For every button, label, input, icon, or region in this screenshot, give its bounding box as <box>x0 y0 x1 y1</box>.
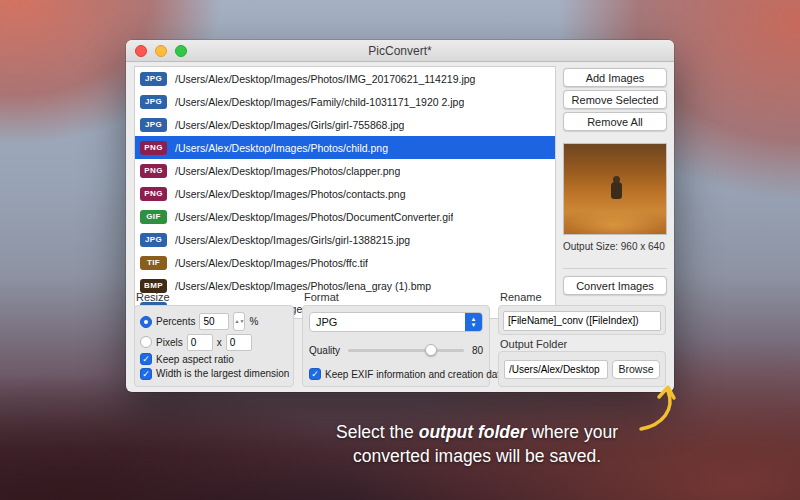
remove-selected-button[interactable]: Remove Selected <box>563 90 667 109</box>
picconvert-window: PicConvert* JPG/Users/Alex/Desktop/Image… <box>126 40 674 392</box>
file-path: /Users/Alex/Desktop/Images/Girls/girl-13… <box>175 234 410 246</box>
desktop-background: PicConvert* JPG/Users/Alex/Desktop/Image… <box>0 0 800 500</box>
file-path: /Users/Alex/Desktop/Images/Photos/IMG_20… <box>175 73 475 85</box>
file-path: /Users/Alex/Desktop/Images/Photos/ffc.ti… <box>175 257 368 269</box>
file-row[interactable]: BMP/Users/Alex/Desktop/Images/Photos/len… <box>135 274 555 297</box>
file-type-badge: TIF <box>140 256 167 270</box>
width-largest-checkbox[interactable]: ✓ <box>140 368 152 380</box>
add-images-button[interactable]: Add Images <box>563 68 667 87</box>
format-dropdown[interactable]: JPG ▲▼ <box>309 312 483 332</box>
arrow-icon <box>633 383 681 433</box>
output-size-label: Output Size: 960 x 640 <box>563 241 673 252</box>
divider <box>563 268 667 269</box>
file-list[interactable]: JPG/Users/Alex/Desktop/Images/Photos/IMG… <box>134 66 556 319</box>
file-path: /Users/Alex/Desktop/Images/Girls/girl-75… <box>175 119 404 131</box>
output-folder-input[interactable] <box>504 360 608 379</box>
percents-stepper[interactable]: ▲▼ <box>233 312 245 331</box>
output-folder-group-label: Output Folder <box>500 338 567 350</box>
file-type-badge: JPG <box>140 95 167 109</box>
pixels-radio[interactable] <box>140 336 152 348</box>
file-type-badge: JPG <box>140 72 167 86</box>
pixels-x-label: x <box>217 337 222 348</box>
keep-exif-label: Keep EXIF information and creation date <box>325 369 506 380</box>
file-path: /Users/Alex/Desktop/Images/Photos/contac… <box>175 188 406 200</box>
preview-thumbnail <box>563 143 667 235</box>
percents-radio[interactable] <box>140 316 152 328</box>
pixels-height-input[interactable] <box>226 334 252 351</box>
keep-aspect-checkbox[interactable]: ✓ <box>140 353 152 365</box>
output-folder-group: Browse <box>498 351 666 387</box>
annotation-text: Select the output folder where your conv… <box>297 420 657 468</box>
browse-button[interactable]: Browse <box>612 360 660 379</box>
file-type-badge: PNG <box>140 187 167 201</box>
file-path: /Users/Alex/Desktop/Images/Photos/child.… <box>175 142 388 154</box>
keep-aspect-label: Keep aspect ratio <box>156 354 234 365</box>
rename-group-label: Rename <box>500 291 542 303</box>
quality-slider-thumb[interactable] <box>425 344 437 356</box>
file-path: /Users/Alex/Desktop/Images/Photos/Docume… <box>175 211 453 223</box>
window-titlebar[interactable]: PicConvert* <box>126 40 674 62</box>
resize-group-label: Resize <box>136 291 170 303</box>
quality-value: 80 <box>472 345 483 356</box>
file-path: /Users/Alex/Desktop/Images/Family/child-… <box>175 96 464 108</box>
file-row[interactable]: JPG/Users/Alex/Desktop/Images/Girls/girl… <box>135 113 555 136</box>
dropdown-arrows-icon: ▲▼ <box>465 313 482 331</box>
file-path: /Users/Alex/Desktop/Images/Photos/clappe… <box>175 165 400 177</box>
remove-all-button[interactable]: Remove All <box>563 112 667 131</box>
file-type-badge: GIF <box>140 210 167 224</box>
file-type-badge: PNG <box>140 164 167 178</box>
format-group: JPG ▲▼ Quality 80 ✓ Keep EXIF informatio… <box>302 305 490 387</box>
window-title: PicConvert* <box>126 44 674 58</box>
percent-sign-label: % <box>249 316 258 327</box>
file-row[interactable]: PNG/Users/Alex/Desktop/Images/Photos/con… <box>135 182 555 205</box>
rename-pattern-input[interactable] <box>503 311 661 331</box>
file-row[interactable]: JPG/Users/Alex/Desktop/Images/Family/chi… <box>135 90 555 113</box>
keep-exif-checkbox[interactable]: ✓ <box>309 368 321 380</box>
percents-input[interactable] <box>199 313 229 330</box>
pixels-width-input[interactable] <box>187 334 213 351</box>
file-type-badge: JPG <box>140 233 167 247</box>
file-row[interactable]: TIF/Users/Alex/Desktop/Images/Photos/ffc… <box>135 251 555 274</box>
format-dropdown-value: JPG <box>316 316 337 328</box>
file-row[interactable]: PNG/Users/Alex/Desktop/Images/Photos/cla… <box>135 159 555 182</box>
file-type-badge: JPG <box>140 118 167 132</box>
file-row[interactable]: JPG/Users/Alex/Desktop/Images/Girls/girl… <box>135 228 555 251</box>
quality-label: Quality <box>309 345 340 356</box>
convert-images-button[interactable]: Convert Images <box>563 276 667 295</box>
pixels-label: Pixels <box>156 337 183 348</box>
width-largest-label: Width is the largest dimension <box>156 368 289 379</box>
file-path: /Users/Alex/Desktop/Images/Photos/lena_g… <box>175 280 431 292</box>
rename-group <box>498 305 666 335</box>
quality-slider[interactable] <box>348 349 464 352</box>
percents-label: Percents <box>156 316 195 327</box>
file-type-badge: PNG <box>140 141 167 155</box>
file-row[interactable]: GIF/Users/Alex/Desktop/Images/Photos/Doc… <box>135 205 555 228</box>
file-row[interactable]: JPG/Users/Alex/Desktop/Images/Photos/IMG… <box>135 67 555 90</box>
resize-group: Percents ▲▼ % Pixels x ✓ Keep aspect rat… <box>134 305 294 387</box>
format-group-label: Format <box>304 291 339 303</box>
file-row[interactable]: PNG/Users/Alex/Desktop/Images/Photos/chi… <box>135 136 555 159</box>
